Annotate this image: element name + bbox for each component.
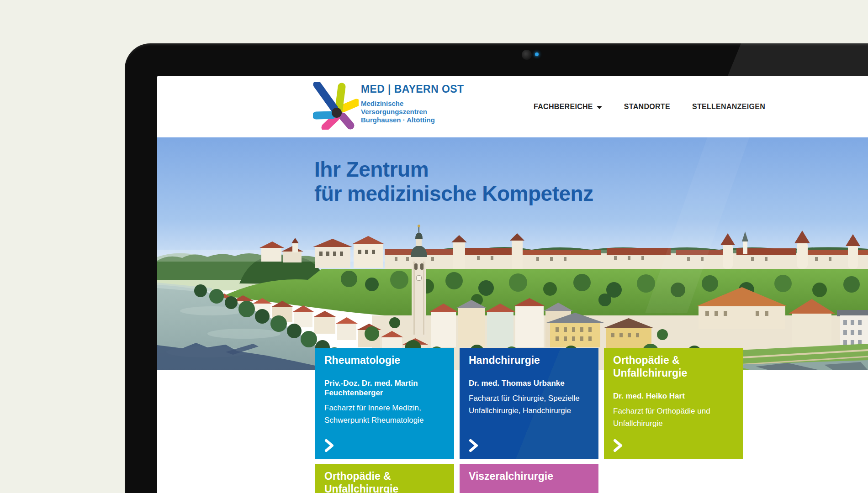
brand-tagline-line: Medizinische bbox=[361, 100, 498, 108]
brand-name: MED | BAYERN OST bbox=[361, 83, 498, 95]
card-orthopaedie-unfallchirurgie[interactable]: Orthopädie & Unfallchirurgie Dr. med. He… bbox=[604, 348, 743, 459]
card-title: Handchirurgie bbox=[469, 354, 589, 367]
brand-tagline-line: Versorgungszentren bbox=[361, 108, 498, 116]
brand-tagline: Medizinische Versorgungszentren Burghaus… bbox=[361, 100, 498, 124]
chevron-down-icon bbox=[597, 106, 602, 109]
desktop-background: MED | BAYERN OST Medizinische Versorgung… bbox=[0, 0, 868, 493]
power-led-indicator bbox=[535, 52, 539, 56]
card-title: Orthopädie & Unfallchirurgie bbox=[613, 354, 734, 379]
browser-screen: MED | BAYERN OST Medizinische Versorgung… bbox=[157, 76, 868, 493]
card-viszeralchirurgie[interactable]: Viszeralchirurgie bbox=[460, 464, 598, 493]
card-title: Viszeralchirurgie bbox=[469, 470, 589, 483]
card-handchirurgie[interactable]: Handchirurgie Dr. med. Thomas Urbanke Fa… bbox=[460, 348, 598, 459]
hero-heading-line: Ihr Zentrum bbox=[314, 157, 429, 181]
card-orthopaedie-unfallchirurgie-2[interactable]: Orthopädie & Unfallchirurgie bbox=[315, 464, 454, 493]
chevron-right-icon[interactable] bbox=[324, 439, 334, 452]
nav-item-stellenanzeigen[interactable]: STELLENANZEIGEN bbox=[692, 103, 765, 111]
card-title: Orthopädie & Unfallchirurgie bbox=[324, 470, 445, 493]
card-title: Rheumatologie bbox=[324, 354, 445, 367]
webcam-icon bbox=[522, 50, 532, 60]
hero-section: Ihr Zentrum für medizinische Kompetenz bbox=[157, 137, 868, 370]
monitor-bezel: MED | BAYERN OST Medizinische Versorgung… bbox=[125, 43, 868, 493]
card-doctor-name: Dr. med. Heiko Hart bbox=[613, 391, 734, 401]
nav-item-label: FACHBEREICHE bbox=[534, 103, 593, 111]
hero-heading: Ihr Zentrum für medizinische Kompetenz bbox=[314, 157, 593, 206]
main-nav: FACHBEREICHE STANDORTE STELLENANZEIGEN bbox=[534, 76, 765, 137]
card-doctor-name: Dr. med. Thomas Urbanke bbox=[469, 378, 589, 388]
brand-star-icon bbox=[313, 82, 359, 130]
chevron-right-icon[interactable] bbox=[469, 439, 479, 452]
brand-text: MED | BAYERN OST Medizinische Versorgung… bbox=[361, 83, 498, 124]
card-rheumatologie[interactable]: Rheumatologie Priv.-Doz. Dr. med. Martin… bbox=[315, 348, 454, 459]
card-specialty: Facharzt für Orthopädie und Unfallchirur… bbox=[613, 405, 734, 430]
chevron-right-icon[interactable] bbox=[613, 439, 623, 452]
card-doctor-name: Priv.-Doz. Dr. med. Martin Feuchtenberge… bbox=[324, 378, 445, 398]
nav-item-standorte[interactable]: STANDORTE bbox=[624, 103, 670, 111]
brand-tagline-line: Burghausen · Altötting bbox=[361, 116, 498, 124]
card-specialty: Facharzt für Chirurgie, Spezielle Unfall… bbox=[469, 392, 589, 417]
card-specialty: Facharzt für Innere Medizin, Schwerpunkt… bbox=[324, 402, 445, 426]
site-header: MED | BAYERN OST Medizinische Versorgung… bbox=[157, 76, 868, 137]
hero-heading-line: für medizinische Kompetenz bbox=[314, 182, 593, 205]
nav-item-fachbereiche[interactable]: FACHBEREICHE bbox=[534, 103, 602, 111]
